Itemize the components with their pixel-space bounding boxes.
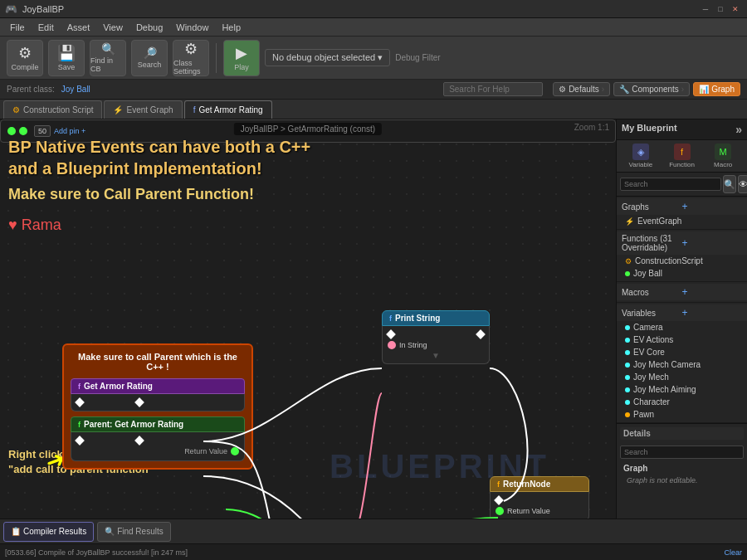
construction-script-list-icon: ⚙ — [625, 257, 632, 265]
gar-exec-out-dot — [134, 397, 144, 407]
ev-core-item[interactable]: EV Core — [617, 346, 747, 358]
camera-label: Camera — [633, 323, 663, 332]
search-label: Search — [138, 61, 162, 69]
gar-exec-pin — [76, 397, 239, 407]
joy-mech-item[interactable]: Joy Mech — [617, 371, 747, 383]
macro-icon: M — [715, 144, 731, 160]
components-tab[interactable]: 🔧 Components › — [613, 82, 690, 96]
rp-search-bar: 🔍 👁 — [617, 173, 747, 197]
construction-script-tab[interactable]: ⚙ Construction Script — [3, 100, 102, 119]
app-title: JoyBallBP — [22, 4, 64, 14]
event-graph-label: Event Graph — [126, 105, 173, 114]
menubar: File Edit Asset View Debug Window Help — [0, 18, 747, 37]
macro-btn[interactable]: M Macro — [702, 144, 744, 168]
find-results-icon: 🔍 — [105, 527, 115, 536]
character-item[interactable]: Character — [617, 396, 747, 408]
bottom-tabs-bar: 📋 Compiler Results 🔍 Find Results — [0, 519, 747, 543]
graph-tab[interactable]: 📊 Graph — [693, 82, 740, 96]
expand-btn[interactable]: » — [735, 123, 742, 136]
debug-filter-dropdown[interactable]: No debug object selected ▾ — [265, 49, 390, 66]
help-search[interactable] — [443, 82, 543, 96]
blueprint-canvas[interactable]: JoyBallBP > GetArmorRating (const) Zoom … — [0, 119, 616, 519]
variable-label: Variable — [628, 161, 652, 168]
event-graph-tab[interactable]: ⚡ Event Graph — [104, 100, 182, 119]
joy-mech-dot — [625, 375, 630, 380]
variables-add-btn[interactable]: + — [682, 307, 743, 319]
rp-search-btn[interactable]: 🔍 — [723, 175, 736, 193]
maximize-btn[interactable]: □ — [714, 3, 727, 15]
camera-item[interactable]: Camera — [617, 321, 747, 334]
variables-header[interactable]: Variables + — [617, 304, 747, 321]
details-search[interactable] — [620, 446, 744, 459]
menu-window[interactable]: Window — [169, 18, 215, 36]
macros-add-btn[interactable]: + — [682, 286, 743, 298]
joy-mech-camera-dot — [625, 363, 630, 368]
pawn-item[interactable]: Pawn — [617, 408, 747, 421]
menu-help[interactable]: Help — [215, 18, 247, 36]
compile-button[interactable]: ⚙ Compile — [7, 40, 43, 76]
addpin-dot2 — [19, 127, 27, 135]
macros-header[interactable]: Macros + — [617, 284, 747, 300]
class-settings-button[interactable]: ⚙ Class Settings — [173, 40, 209, 76]
find-in-cb-button[interactable]: 🔍 Find in CB — [90, 40, 126, 76]
return-node[interactable]: f ReturnNode Return Value — [490, 476, 589, 519]
construction-script-item[interactable]: ⚙ ConstructionScript — [617, 255, 747, 267]
joy-ball-item[interactable]: Joy Ball — [617, 267, 747, 280]
compiler-results-icon: 📋 — [11, 527, 21, 536]
joy-mech-camera-item[interactable]: Joy Mech Camera — [617, 358, 747, 371]
get-armor-rating-icon: f — [193, 105, 196, 114]
find-results-tab[interactable]: 🔍 Find Results — [97, 522, 171, 542]
functions-header[interactable]: Functions (31 Overridable) + — [617, 231, 747, 255]
defaults-tab[interactable]: ⚙ Defaults › — [553, 82, 610, 96]
compile-label: Compile — [11, 63, 38, 71]
toolbar-separator — [216, 43, 217, 73]
menu-view[interactable]: View — [96, 18, 129, 36]
window-controls[interactable]: ─ □ ✕ — [699, 3, 742, 15]
save-label: Save — [58, 63, 76, 71]
get-armor-rating-label: Get Armor Rating — [198, 105, 262, 114]
menu-debug[interactable]: Debug — [129, 18, 169, 36]
close-btn[interactable]: ✕ — [729, 3, 742, 15]
components-label: Components — [632, 85, 679, 94]
graph-icon: 📊 — [699, 85, 709, 94]
parent-gar-node[interactable]: f Parent: Get Armor Rating Return Value — [71, 416, 245, 461]
pawn-dot — [625, 412, 630, 417]
joy-mech-aiming-label: Joy Mech Aiming — [633, 385, 696, 394]
callout-box: Make sure to call Parent which is the C+… — [62, 343, 253, 470]
compiler-results-tab[interactable]: 📋 Compiler Results — [3, 522, 94, 542]
return-value-label: Return Value — [507, 507, 550, 515]
get-armor-rating-tab[interactable]: f Get Armor Rating — [184, 100, 272, 119]
graphs-header[interactable]: Graphs + — [617, 198, 747, 215]
graph-label: Graph — [711, 85, 735, 94]
menu-edit[interactable]: Edit — [32, 18, 61, 36]
function-btn[interactable]: f Function — [662, 144, 703, 168]
play-button[interactable]: ▶ Play — [223, 40, 260, 76]
search-button[interactable]: 🔎 Search — [131, 40, 168, 76]
return-value-dot — [496, 507, 504, 515]
menu-file[interactable]: File — [3, 18, 32, 36]
graphs-add-btn[interactable]: + — [682, 201, 743, 212]
main-area: JoyBallBP > GetArmorRating (const) Zoom … — [0, 119, 747, 519]
ev-actions-item[interactable]: EV Actions — [617, 334, 747, 346]
breadcrumb: JoyBallBP > GetArmorRating (const) — [234, 123, 382, 135]
joy-mech-aiming-item[interactable]: Joy Mech Aiming — [617, 383, 747, 396]
print-expand-arrow: ▼ — [388, 351, 484, 360]
event-graph-item[interactable]: ⚡ EventGraph — [617, 215, 747, 227]
save-button[interactable]: 💾 Save — [48, 40, 85, 76]
addpin-label[interactable]: Add pin + — [54, 127, 85, 135]
rp-search-input[interactable] — [620, 178, 721, 191]
minimize-btn[interactable]: ─ — [699, 3, 712, 15]
find-icon: 🔍 — [101, 42, 115, 56]
print-string-node[interactable]: f Print String In String ▼ — [382, 310, 490, 364]
find-results-label: Find Results — [117, 527, 164, 536]
variable-btn[interactable]: ◈ Variable — [620, 144, 662, 168]
macros-title: Macros — [622, 288, 682, 297]
functions-add-btn[interactable]: + — [682, 237, 743, 249]
rp-eye-btn[interactable]: 👁 — [738, 175, 747, 193]
addpin-value: 50 — [34, 125, 51, 137]
get-armor-rating-node[interactable]: f Get Armor Rating — [71, 378, 245, 411]
menu-asset[interactable]: Asset — [61, 18, 97, 36]
clear-button[interactable]: Clear — [724, 548, 742, 557]
parent-class-value[interactable]: Joy Ball — [61, 85, 90, 94]
joy-mech-label: Joy Mech — [633, 373, 669, 382]
